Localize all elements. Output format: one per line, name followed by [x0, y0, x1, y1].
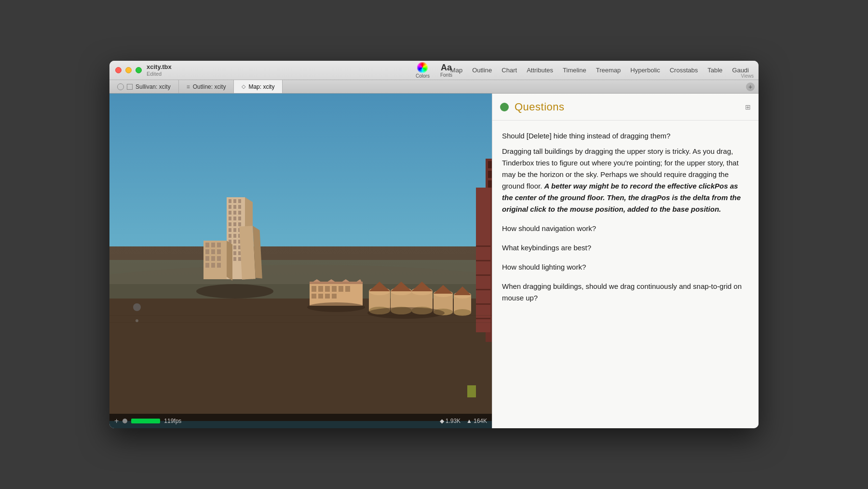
nav-attributes[interactable]: Attributes	[522, 65, 558, 76]
svg-rect-4	[229, 199, 231, 203]
status-add-button[interactable]: +	[114, 417, 119, 425]
svg-rect-99	[488, 171, 492, 178]
app-info: xcity.tbx Edited	[147, 63, 172, 77]
tabbar: Sullivan: xcity ≡ Outline: xcity ◇ Map: …	[109, 80, 759, 94]
svg-rect-40	[211, 243, 215, 247]
question-2-text: How should navigation work?	[502, 223, 749, 234]
nav-outline[interactable]: Outline	[467, 65, 497, 76]
svg-rect-7	[229, 205, 231, 209]
nav-hyperbolic[interactable]: Hyperbolic	[625, 65, 665, 76]
svg-rect-8	[233, 205, 236, 209]
svg-rect-59	[339, 286, 343, 292]
svg-rect-10	[229, 211, 231, 215]
svg-rect-101	[488, 180, 492, 188]
svg-rect-45	[205, 256, 209, 261]
nav-chart[interactable]: Chart	[497, 65, 522, 76]
panel-header: Questions ⊞	[492, 94, 759, 121]
tab-add-button[interactable]: +	[746, 82, 755, 91]
colors-button[interactable]: Colors	[412, 61, 434, 80]
svg-rect-46	[211, 256, 215, 261]
svg-rect-109	[467, 385, 476, 397]
tab-sullivan[interactable]: Sullivan: xcity	[109, 80, 179, 93]
nav-timeline[interactable]: Timeline	[558, 65, 591, 76]
svg-rect-105	[476, 274, 490, 276]
tab-square-icon	[127, 84, 133, 90]
vertices-stat: ◆ 1.93K	[440, 418, 461, 424]
svg-rect-15	[238, 217, 241, 220]
statusbar: + 119fps ◆ 1.93K ▲ 164K	[109, 414, 492, 428]
svg-marker-69	[310, 282, 363, 284]
svg-rect-29	[233, 245, 236, 249]
fps-label: 119fps	[164, 418, 181, 424]
memory-icon: ▲	[466, 418, 472, 424]
main-window: xcity.tbx Edited Colors Aa Fonts Map Out…	[109, 61, 759, 428]
question-4-text: How should lighting work?	[502, 261, 749, 273]
svg-rect-42	[205, 249, 209, 254]
colors-label: Colors	[416, 73, 430, 79]
svg-rect-35	[233, 257, 236, 261]
question-item-1: Should [Delete] hide thing instead of dr…	[502, 130, 749, 215]
color-wheel-icon	[417, 62, 428, 73]
nav-treemap[interactable]: Treemap	[591, 65, 626, 76]
svg-rect-60	[345, 286, 350, 292]
tab-outline-label: Outline: xcity	[193, 83, 226, 90]
svg-marker-51	[227, 241, 232, 281]
traffic-lights	[115, 67, 142, 73]
svg-rect-44	[217, 249, 221, 254]
svg-rect-5	[233, 199, 236, 203]
svg-rect-20	[233, 228, 236, 232]
svg-rect-63	[325, 294, 330, 299]
svg-rect-47	[217, 256, 221, 261]
svg-rect-11	[233, 211, 236, 215]
svg-rect-41	[217, 243, 221, 247]
svg-rect-106	[476, 289, 490, 290]
panel-indicator	[500, 103, 509, 111]
maximize-button[interactable]	[136, 67, 142, 73]
panel-grid-button[interactable]: ⊞	[745, 103, 751, 111]
svg-rect-16	[229, 222, 231, 226]
svg-rect-49	[211, 263, 215, 268]
tab-outline-icon: ≡	[187, 83, 190, 90]
svg-rect-107	[476, 303, 490, 305]
tab-map-label: Map: xcity	[248, 83, 274, 90]
memory-stat: ▲ 164K	[466, 418, 487, 424]
3d-viewport[interactable]: + 119fps ◆ 1.93K ▲ 164K	[109, 94, 492, 428]
svg-rect-19	[229, 228, 231, 232]
svg-point-115	[133, 303, 141, 311]
nav-table[interactable]: Table	[703, 65, 727, 76]
close-button[interactable]	[115, 67, 122, 73]
svg-point-110	[196, 284, 273, 299]
minimize-button[interactable]	[125, 67, 132, 73]
svg-rect-108	[476, 318, 490, 319]
tab-outline[interactable]: ≡ Outline: xcity	[179, 80, 234, 93]
question-item-2: How should navigation work?	[502, 223, 749, 234]
svg-rect-48	[205, 263, 209, 268]
svg-rect-12	[238, 211, 241, 215]
tab-sullivan-label: Sullivan: xcity	[136, 83, 171, 90]
svg-rect-43	[211, 249, 215, 254]
paragraph-1-text: Dragging tall buildings by dragging the …	[502, 146, 749, 215]
svg-rect-17	[233, 222, 236, 226]
svg-rect-61	[312, 294, 316, 299]
svg-rect-6	[238, 199, 241, 203]
question-item-5: When dragging buildings, should we drag …	[502, 281, 749, 304]
svg-rect-97	[488, 161, 492, 168]
views-label: Views	[741, 73, 754, 79]
nav-crosstabs[interactable]: Crosstabs	[665, 65, 703, 76]
svg-rect-32	[233, 251, 236, 255]
svg-rect-23	[233, 234, 236, 238]
question-item-3: What keybindings are best?	[502, 242, 749, 254]
svg-rect-104	[476, 260, 490, 261]
vertex-icon: ◆	[440, 418, 444, 424]
svg-rect-103	[476, 245, 490, 247]
svg-rect-18	[238, 222, 241, 226]
tab-map[interactable]: ◇ Map: xcity	[234, 80, 283, 93]
svg-rect-50	[217, 263, 221, 268]
nav-map[interactable]: Map	[446, 65, 467, 76]
svg-rect-52	[239, 226, 256, 279]
svg-point-92	[454, 309, 471, 316]
titlebar-nav: Map Outline Chart Attributes Timeline Tr…	[446, 65, 754, 76]
svg-rect-13	[229, 217, 231, 220]
question-5-text: When dragging buildings, should we drag …	[502, 281, 749, 304]
svg-point-116	[136, 319, 138, 322]
